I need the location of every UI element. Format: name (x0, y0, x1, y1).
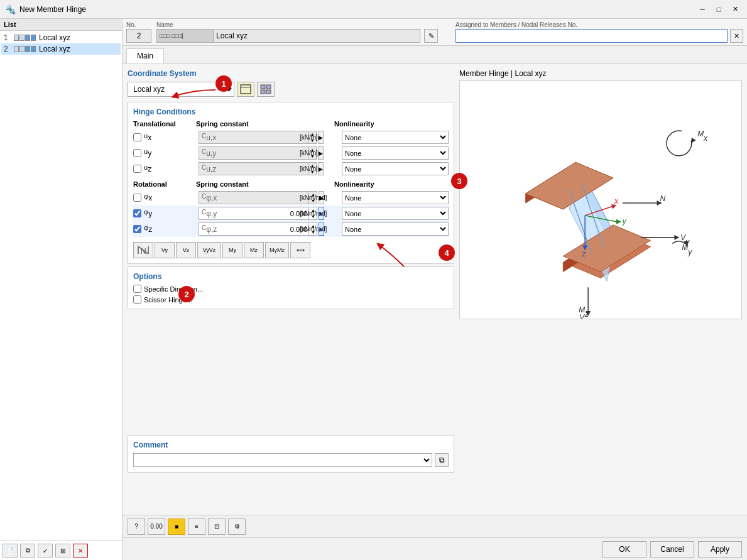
tab-main[interactable]: Main (126, 48, 164, 63)
list-item[interactable]: 2 Local xyz (1, 43, 121, 55)
uz-spring-input[interactable] (219, 163, 308, 175)
annotation-4: 4 (439, 244, 455, 261)
uy-nonlinearity-select[interactable]: None (342, 146, 449, 160)
no-input[interactable] (126, 29, 151, 43)
icon-btn-mz[interactable]: Mz (244, 242, 264, 258)
list-items: 1 Local xyz 2 (0, 31, 122, 541)
new-item-button[interactable]: 📄 (3, 544, 18, 557)
name-input-container: □□□ □□□| Local xyz (156, 29, 420, 43)
item2-icon (14, 46, 36, 52)
phiy-row: φy Cφ,y ▲ ▼ (133, 206, 449, 221)
phiz-unit: [kNm/rad] (298, 226, 339, 233)
window-icon (240, 84, 251, 94)
titlebar-controls: ─ □ ✕ (695, 4, 742, 15)
ok-button[interactable]: OK (603, 541, 646, 557)
icon-btn-mymz[interactable]: MyMz (265, 242, 289, 258)
name-row: □□□ □□□| Local xyz ✎ (156, 29, 438, 43)
item1-icon (14, 35, 36, 41)
phix-nonlinearity-select[interactable]: None (342, 191, 449, 204)
uz-checkbox[interactable] (133, 165, 141, 173)
uz-unit: [kN/m] (298, 165, 339, 172)
annotation-1: 1 (215, 75, 232, 92)
comment-section: Comment ⧉ (128, 435, 454, 473)
no-label: No. (126, 21, 151, 28)
comment-input[interactable] (133, 453, 432, 467)
svg-rect-5 (266, 90, 271, 94)
icon-btn-n[interactable]: N (133, 242, 153, 258)
uz-spring-label: Cu,z (199, 164, 219, 173)
annotation-3: 3 (451, 173, 467, 189)
no-field-group: No. (126, 21, 151, 43)
left-panel-bottom: 📄 ⧉ ✓ ⊞ ✕ (0, 541, 122, 560)
list-item[interactable]: 1 Local xyz (1, 32, 121, 43)
clear-assigned-button[interactable]: ✕ (730, 29, 743, 43)
nonlinearity-header2: Nonlinearity (334, 180, 449, 188)
settings-button[interactable]: ⚙ (228, 519, 246, 535)
svg-text:x: x (614, 197, 619, 206)
assigned-input[interactable] (455, 29, 728, 43)
phiz-nonlinearity-select[interactable]: None (342, 222, 449, 236)
tab-bar: Main (123, 46, 747, 64)
phix-spring-input[interactable] (219, 192, 308, 204)
check-button[interactable]: ✓ (38, 544, 53, 557)
copy-item-button[interactable]: ⧉ (20, 544, 35, 557)
phiz-spring-input[interactable] (219, 223, 308, 235)
comment-copy-button[interactable]: ⧉ (435, 453, 449, 467)
ux-row: ux Cu,x ▲ ▼ (133, 129, 449, 145)
phiz-spring-label: Cφ,z (199, 224, 219, 234)
decimal-button[interactable]: 0.00 (148, 519, 165, 535)
maximize-button[interactable]: □ (712, 4, 726, 15)
bottom-toolbar: ? 0.00 ■ ≡ ⊡ ⚙ (123, 515, 747, 537)
n-icon: N (137, 245, 150, 255)
uz-nonlinearity-select[interactable]: None (342, 162, 449, 175)
phiy-nonlinearity-select[interactable]: None (342, 207, 449, 220)
ux-label: ux (144, 132, 151, 142)
scissor-hinge-checkbox[interactable] (133, 295, 141, 304)
ux-nonlinearity-select[interactable]: None (342, 131, 449, 144)
delete-button[interactable]: ✕ (73, 544, 88, 557)
phix-checkbox[interactable] (133, 194, 141, 202)
assigned-group: Assigned to Members / Nodal Releases No.… (455, 21, 743, 43)
svg-rect-0 (241, 85, 251, 94)
icon-btn-vyvz[interactable]: VyVz (197, 242, 221, 258)
preview-svg: N x y (460, 81, 741, 319)
cancel-button[interactable]: Cancel (650, 541, 694, 557)
minimize-button[interactable]: ─ (695, 4, 709, 15)
table-button[interactable]: ⊞ (55, 544, 70, 557)
icon-btn-all[interactable]: ⟺ (290, 242, 310, 258)
list-header: List (0, 19, 122, 31)
phiz-checkbox[interactable] (133, 225, 141, 233)
uy-spring-input[interactable] (219, 147, 308, 159)
svg-rect-3 (266, 85, 271, 89)
icon-btn-my[interactable]: My (222, 242, 243, 258)
ux-spring-input[interactable] (219, 131, 308, 143)
translational-headers: Translational Spring constant Nonlineari… (133, 120, 449, 128)
icon-btn-vz[interactable]: Vz (176, 242, 196, 258)
spring-constant-header2: Spring constant (196, 180, 293, 188)
uy-label: uy (144, 148, 151, 158)
close-button[interactable]: ✕ (728, 4, 742, 15)
ux-checkbox[interactable] (133, 133, 141, 141)
rotational-headers: Rotational Spring constant Nonlinearity … (133, 180, 449, 188)
phiy-spring-input[interactable] (219, 207, 308, 219)
coord-btn-1[interactable] (237, 82, 254, 97)
color-button[interactable]: ■ (168, 519, 185, 535)
uy-spring-label: Cu,y (199, 148, 219, 158)
coord-btn-2[interactable] (257, 82, 275, 97)
help-button[interactable]: ? (128, 519, 145, 535)
uy-checkbox[interactable] (133, 149, 141, 157)
apply-button[interactable]: Apply (698, 541, 742, 557)
comment-spacer: Comment ⧉ (128, 435, 454, 473)
list-view-button[interactable]: ≡ (188, 519, 205, 535)
phiy-checkbox[interactable] (133, 209, 141, 217)
specific-direction-checkbox[interactable] (133, 285, 141, 293)
options-section: Options Specific Direction... Scissor Hi… (128, 266, 454, 309)
nonlinearity-header: Nonlinearity (334, 120, 449, 128)
icon-btn-vy[interactable]: Vy (155, 242, 175, 258)
name-edit-button[interactable]: ✎ (424, 29, 438, 43)
svg-rect-10 (476, 81, 726, 319)
grid-view-button[interactable]: ⊡ (208, 519, 226, 535)
phix-unit: [kNm/rad] (298, 194, 339, 201)
main-content: Coordinate System Local xyz Global XYZ (123, 64, 747, 515)
left-panel: List 1 Local xyz 2 (0, 19, 123, 560)
